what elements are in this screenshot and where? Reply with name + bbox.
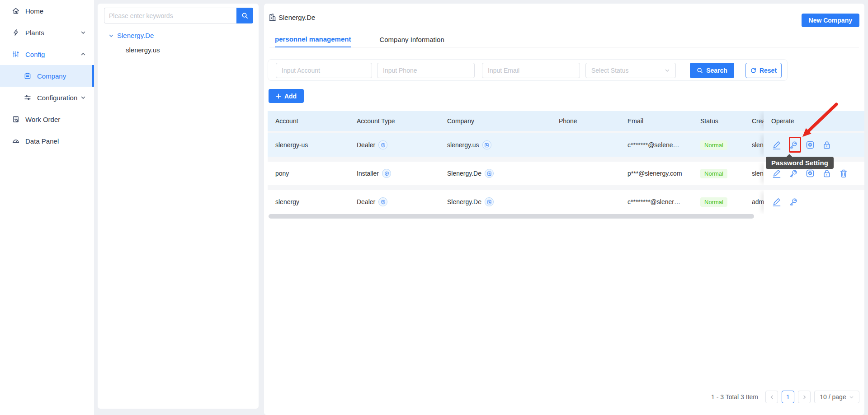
email-filter-input[interactable] [482, 63, 580, 78]
company-contact-icon[interactable] [485, 197, 494, 206]
company-contact-icon[interactable] [482, 140, 491, 149]
tabs: personnel management Company Information [275, 32, 444, 47]
sidebar-item-label: Configuration [37, 94, 77, 102]
status-badge: Normal [700, 140, 727, 150]
tab-company-information[interactable]: Company Information [379, 32, 444, 47]
password-setting-icon[interactable] [788, 140, 799, 150]
cell-account: slenergy-us [268, 141, 357, 149]
table-row[interactable]: slenergy-us Dealer slenergy.us c*******@… [268, 133, 864, 157]
cell-company: slenergy.us [447, 140, 559, 149]
column-header-account: Account [268, 117, 357, 125]
tree-node-child[interactable]: slenergy.us [126, 46, 160, 54]
cell-account: slenergy [268, 198, 357, 205]
cell-account-type: Dealer [357, 197, 447, 206]
company-contact-icon[interactable] [485, 169, 494, 178]
account-type-text: Dealer [357, 198, 375, 205]
role-permission-icon[interactable] [805, 168, 816, 179]
sidebar-item-home[interactable]: Home [0, 0, 94, 22]
new-company-button[interactable]: New Company [802, 14, 859, 27]
cell-email: c*******@selene… [627, 141, 700, 149]
tree-search-button[interactable] [236, 8, 253, 23]
lock-icon[interactable] [821, 140, 832, 150]
previous-page-button[interactable] [765, 391, 778, 403]
search-button[interactable]: Search [690, 63, 734, 78]
chevron-down-icon [849, 395, 854, 400]
company-text: slenergy.us [447, 141, 479, 149]
main-panel: Slenergy.De New Company personnel manage… [264, 4, 864, 415]
sidebar-item-label: Company [37, 72, 66, 80]
company-tree-panel: Slenergy.De slenergy.us [98, 4, 259, 409]
account-type-badge-icon[interactable] [382, 169, 391, 178]
page-size-select[interactable]: 10 / page [814, 391, 859, 403]
cell-email: p***@slenergy.com [627, 170, 700, 177]
building-icon [269, 14, 276, 21]
password-setting-tooltip: Password Setting [766, 157, 834, 169]
account-type-badge-icon[interactable] [378, 140, 387, 149]
tab-personnel-management[interactable]: personnel management [275, 32, 351, 47]
cell-account-type: Installer [357, 169, 447, 178]
company-text: Slenergy.De [447, 170, 481, 177]
tooltip-text: Password Setting [771, 159, 828, 167]
edit-icon[interactable] [771, 168, 782, 179]
reset-button-label: Reset [760, 67, 777, 74]
status-badge: Normal [700, 197, 727, 207]
table-row[interactable]: slenergy Dealer Slenergy.De c********@sl… [268, 190, 864, 214]
company-icon [24, 72, 32, 80]
cell-account-type: Dealer [357, 140, 447, 149]
plants-icon [12, 28, 20, 37]
search-button-label: Search [706, 67, 727, 74]
sidebar-item-configuration[interactable]: Configuration [0, 87, 94, 108]
cell-status: Normal [700, 197, 752, 207]
next-page-button[interactable] [798, 391, 811, 403]
cell-operate [764, 133, 864, 157]
search-icon [697, 67, 703, 74]
home-icon [12, 7, 20, 15]
cell-email: c********@slener… [627, 198, 700, 205]
table-header-row: Account Account Type Company Phone Email… [268, 111, 864, 131]
sidebar-item-work-order[interactable]: Work Order [0, 108, 94, 130]
edit-icon[interactable] [771, 140, 782, 150]
lock-icon[interactable] [821, 168, 832, 179]
tree-search-input[interactable] [104, 8, 236, 23]
add-button[interactable]: Add [269, 89, 304, 103]
work-order-icon [12, 115, 20, 123]
sidebar-item-config[interactable]: Config [0, 43, 94, 65]
chevron-up-icon [80, 51, 86, 57]
sidebar: Home Plants Config Company Configuration… [0, 0, 94, 415]
delete-icon[interactable] [838, 168, 849, 179]
configuration-icon [24, 93, 32, 102]
password-setting-icon[interactable] [788, 196, 799, 207]
cell-operate [764, 190, 864, 214]
pagination: 1 - 3 Total 3 Item 1 10 / page [711, 390, 859, 404]
filter-bar: Select Status Search Reset [268, 59, 788, 81]
tree-search [104, 8, 253, 23]
tree-node-root[interactable]: Slenergy.De [108, 32, 154, 39]
status-filter-select[interactable]: Select Status [585, 63, 676, 78]
data-panel-icon [12, 137, 20, 145]
company-text: Slenergy.De [447, 198, 481, 205]
page-size-label: 10 / page [820, 393, 846, 401]
chevron-down-icon [108, 33, 114, 38]
cell-company: Slenergy.De [447, 197, 559, 206]
role-permission-icon[interactable] [805, 140, 816, 150]
status-badge: Normal [700, 169, 727, 178]
edit-icon[interactable] [771, 196, 782, 207]
cell-status: Normal [700, 140, 752, 150]
phone-filter-input[interactable] [377, 63, 475, 78]
table-horizontal-scrollbar[interactable] [269, 214, 754, 219]
password-setting-icon[interactable] [788, 168, 799, 179]
account-type-text: Dealer [357, 141, 375, 149]
page-number-button[interactable]: 1 [782, 391, 794, 403]
account-type-badge-icon[interactable] [378, 197, 387, 206]
column-header-operate: Operate [764, 111, 864, 131]
reset-button[interactable]: Reset [745, 63, 782, 78]
column-header-email: Email [627, 117, 700, 125]
sidebar-item-plants[interactable]: Plants [0, 22, 94, 43]
sidebar-item-label: Data Panel [25, 137, 59, 145]
sidebar-item-data-panel[interactable]: Data Panel [0, 130, 94, 152]
cell-company: Slenergy.De [447, 169, 559, 178]
sidebar-item-label: Config [25, 51, 45, 58]
account-filter-input[interactable] [276, 63, 372, 78]
tree-node-label: slenergy.us [126, 46, 160, 54]
sidebar-item-company[interactable]: Company [0, 65, 94, 87]
